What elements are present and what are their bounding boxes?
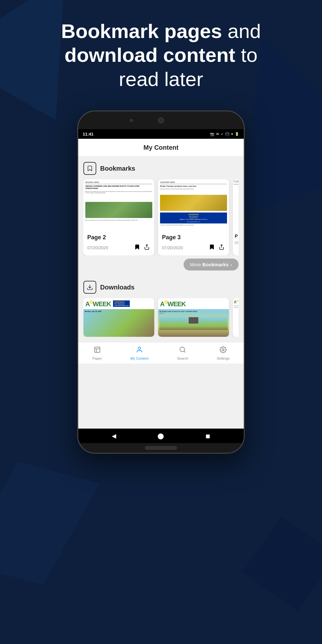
bookmarks-header: Bookmarks	[83, 162, 239, 175]
card-3-date: 07/	[235, 241, 239, 245]
email-status-icon: ✉	[216, 132, 219, 136]
download-card-2-thumbnail: AGWEEK SD family ready to party for July…	[158, 298, 229, 337]
bottom-nav: Paper My Content	[78, 342, 244, 364]
battery-status-icon: 🔋	[235, 132, 239, 136]
agweek-2-header: AGWEEK	[158, 298, 229, 309]
status-time: 11:41	[83, 132, 93, 137]
svg-point-9	[222, 349, 224, 351]
card-1-bookmark-button[interactable]	[134, 243, 141, 252]
bookmarks-cards-scroll: REGIONAL NEWS HMONG FARMERS USE MN-GROWN…	[83, 179, 239, 255]
card-2-page-title: Page 3	[162, 234, 225, 241]
card-1-page-title: Page 2	[87, 234, 150, 241]
recent-button[interactable]: ◼	[205, 432, 210, 440]
agweek-3-text: Coronavirus pandemic means...	[234, 305, 239, 308]
card-1-body-text-2: Barriers to agriculture and economic dev…	[85, 220, 152, 229]
settings-nav-icon	[220, 346, 227, 355]
volume-down-button[interactable]	[77, 176, 78, 192]
app-title: My Content	[144, 144, 179, 151]
card-2-bookmark-button[interactable]	[208, 243, 215, 252]
card-2-footer: 07/20/2020	[162, 243, 225, 252]
nav-item-search[interactable]: Search	[173, 345, 193, 362]
card-1-share-button[interactable]	[143, 243, 150, 252]
card-1-body-text: Minn. farmers markets also see a boost f…	[85, 191, 152, 200]
search-nav-label: Search	[177, 356, 188, 360]
wifi-status-icon: ▾	[231, 132, 233, 136]
front-camera-center	[158, 118, 164, 123]
downloads-cards-scroll: AGWEEK SUPERIOR Grain Equipment www.supe…	[83, 298, 239, 337]
home-button[interactable]: ⬤	[157, 432, 164, 440]
nav-item-paper[interactable]: Paper	[88, 345, 106, 362]
card-3-thumbnail: AG WEEK Latest news...	[233, 179, 239, 231]
card-3-page-title: P	[235, 233, 239, 239]
downloads-title: Downloads	[100, 284, 135, 291]
settings-nav-label: Settings	[217, 356, 230, 360]
more-bookmarks-button[interactable]: More Bookmarks ›	[184, 259, 239, 270]
card-2-ad: SUPERIOR Grain Equipment 866.822.9145 MA…	[160, 213, 227, 223]
chevron-right-icon: ›	[231, 262, 232, 267]
search-nav-icon	[179, 346, 186, 355]
download-icon	[83, 281, 96, 294]
bookmarks-title: Bookmarks	[100, 165, 135, 172]
headline-section: Bookmark pages and download content to r…	[0, 0, 322, 104]
bookmark-icon	[83, 162, 96, 175]
bookmarks-section: Bookmarks REGIONAL NEWS HMONG FARMERS US…	[78, 157, 244, 276]
download-card-3-partial[interactable]: AG Coronavirus pandemic means...	[233, 298, 239, 337]
phone-device: 11:41 📷 ✉ ✓ 📳 ▾ 🔋 My Content	[77, 110, 245, 454]
card-2-share-button[interactable]	[218, 243, 225, 252]
my-content-nav-icon	[136, 346, 143, 355]
paper-nav-icon	[94, 346, 101, 355]
svg-line-8	[184, 351, 185, 352]
card-1-actions	[134, 243, 150, 252]
agweek-1-ad: SUPERIOR Grain Equipment www.superiorbin…	[113, 300, 130, 307]
svg-rect-3	[95, 347, 100, 353]
check-status-icon: ✓	[221, 132, 223, 136]
svg-point-6	[138, 347, 140, 349]
paper-nav-label: Paper	[92, 356, 102, 360]
app-header: My Content	[78, 139, 244, 157]
card-2-actions	[208, 243, 225, 252]
agweek-1-content: Monday, July 20, 2020	[83, 309, 154, 337]
agweek-3-logo: AG	[234, 299, 239, 304]
status-icons: 📷 ✉ ✓ 📳 ▾ 🔋	[210, 132, 239, 136]
downloads-section: Downloads AGWEEK	[78, 276, 244, 342]
card-2-date: 07/20/2020	[162, 245, 183, 250]
agweek-2-logo: AGWEEK	[160, 299, 185, 308]
camera-status-icon: 📷	[210, 132, 214, 136]
agweek-1-logo: AGWEEK	[85, 299, 111, 308]
power-button[interactable]	[244, 163, 245, 182]
phone-chin	[78, 443, 244, 453]
more-bookmarks-wrapper: More Bookmarks ›	[83, 255, 239, 270]
card-1-footer: 07/20/2020	[87, 243, 150, 252]
download-card-2[interactable]: AGWEEK SD family ready to party for July…	[158, 298, 229, 337]
card-2-body-text-2: Continuous, mixed-flow grain dryers avai…	[160, 224, 227, 229]
card-2-thumbnail: AGRONOMY NEWS Study: Farmers produce mor…	[158, 179, 229, 231]
agweek-2-content: SD family ready to party for July 1 comb…	[158, 309, 229, 337]
bookmark-card-1[interactable]: REGIONAL NEWS HMONG FARMERS USE MN-GROWN…	[83, 179, 154, 255]
status-bar: 11:41 📷 ✉ ✓ 📳 ▾ 🔋	[78, 129, 244, 139]
card-2-body-text: Research indicates modern farming techni…	[160, 188, 227, 193]
download-card-1[interactable]: AGWEEK SUPERIOR Grain Equipment www.supe…	[83, 298, 154, 337]
downloads-header: Downloads	[83, 281, 239, 294]
download-card-3-thumbnail: AG Coronavirus pandemic means...	[233, 298, 239, 337]
more-label: More Bookmarks	[190, 262, 229, 267]
nav-item-my-content[interactable]: My Content	[126, 345, 153, 362]
phone-system-bar: ◀ ⬤ ◼	[78, 429, 244, 443]
app-screen: My Content Bookmarks	[78, 139, 244, 429]
vibrate-status-icon: 📳	[225, 132, 230, 136]
card-1-date: 07/20/2020	[87, 245, 108, 250]
card-3-body: Latest news...	[234, 184, 239, 230]
volume-up-button[interactable]	[77, 153, 78, 169]
agweek-1-header: AGWEEK SUPERIOR Grain Equipment www.supe…	[83, 298, 154, 309]
card-3-info: P 07/	[233, 231, 239, 247]
bookmark-card-2[interactable]: AGRONOMY NEWS Study: Farmers produce mor…	[158, 179, 229, 255]
back-button[interactable]: ◀	[112, 432, 116, 440]
my-content-nav-label: My Content	[130, 356, 148, 360]
bookmark-card-3-partial[interactable]: AG WEEK Latest news... P 07/	[233, 179, 239, 255]
nav-item-settings[interactable]: Settings	[212, 345, 234, 362]
card-2-info: Page 3 07/20/2020	[158, 231, 229, 255]
download-card-1-thumbnail: AGWEEK SUPERIOR Grain Equipment www.supe…	[83, 298, 154, 337]
phone-top	[78, 111, 244, 129]
front-camera-left	[130, 119, 133, 122]
card-1-info: Page 2 07/20/2020	[83, 231, 154, 255]
phone-home-bar	[145, 446, 177, 450]
